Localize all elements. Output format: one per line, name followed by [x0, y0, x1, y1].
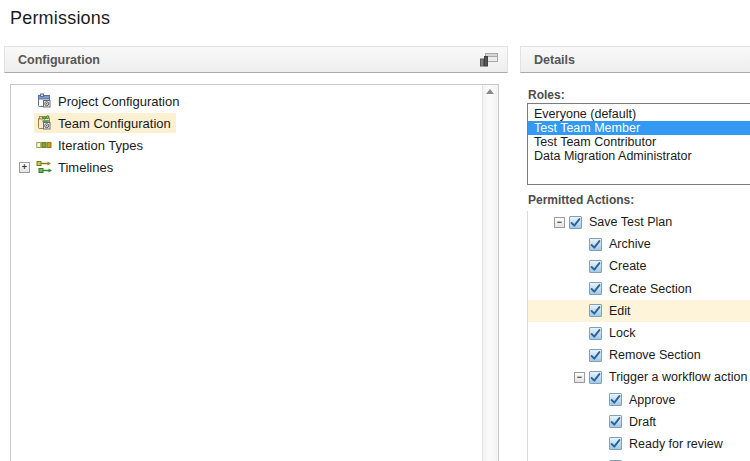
- expand-icon[interactable]: +: [19, 162, 30, 173]
- tree-item-label: Team Configuration: [58, 116, 171, 131]
- role-item[interactable]: Test Team Contributor: [528, 135, 750, 149]
- permitted-actions-tree: − Save Test Plan Archive Create Create S…: [527, 211, 750, 461]
- action-item-partial[interactable]: [528, 455, 750, 461]
- checkbox-checked-icon[interactable]: [589, 282, 602, 295]
- checkbox-checked-icon[interactable]: [609, 415, 622, 428]
- configuration-tree-panel: Project Configuration Team Configuration…: [10, 84, 499, 461]
- panel-menu-icon[interactable]: [478, 52, 499, 67]
- action-item[interactable]: Edit: [528, 300, 750, 322]
- roles-label: Roles:: [528, 88, 565, 102]
- team-configuration-icon: [36, 115, 52, 131]
- action-item-label: Lock: [609, 326, 635, 340]
- action-item-label: Remove Section: [609, 348, 701, 362]
- tree-item[interactable]: + Timelines: [11, 156, 498, 178]
- checkbox-checked-icon[interactable]: [589, 327, 602, 340]
- tree-item[interactable]: Team Configuration: [11, 112, 498, 134]
- action-item-label: Trigger a workflow action: [609, 370, 747, 384]
- timelines-icon: [36, 159, 52, 175]
- checkbox-checked-icon[interactable]: [589, 304, 602, 317]
- action-item-label: Create Section: [609, 282, 692, 296]
- tree-item-label: Project Configuration: [58, 94, 179, 109]
- configuration-tree: Project Configuration Team Configuration…: [11, 85, 498, 178]
- project-configuration-icon: [36, 93, 52, 109]
- action-item[interactable]: Remove Section: [528, 344, 750, 366]
- collapse-icon[interactable]: −: [574, 372, 585, 383]
- vertical-scrollbar[interactable]: [482, 85, 498, 461]
- action-item-label: Approve: [629, 393, 676, 407]
- permitted-actions-label: Permitted Actions:: [528, 193, 634, 207]
- tree-item[interactable]: Iteration Types: [11, 134, 498, 156]
- permissions-page: Permissions Configuration Project Config…: [0, 0, 750, 461]
- checkbox-checked-icon[interactable]: [589, 349, 602, 362]
- role-item[interactable]: Everyone (default): [528, 107, 750, 121]
- action-item-label: Ready for review: [629, 437, 723, 451]
- action-item[interactable]: Create: [528, 255, 750, 277]
- action-item[interactable]: Ready for review: [528, 433, 750, 455]
- details-panel-header: Details: [520, 46, 750, 73]
- action-item-label: Draft: [629, 415, 656, 429]
- action-item[interactable]: − Trigger a workflow action: [528, 366, 750, 388]
- roles-listbox[interactable]: Everyone (default)Test Team MemberTest T…: [527, 103, 750, 185]
- scroll-up-icon[interactable]: [486, 89, 494, 94]
- action-item[interactable]: Lock: [528, 322, 750, 344]
- action-item[interactable]: Archive: [528, 233, 750, 255]
- action-item[interactable]: Draft: [528, 411, 750, 433]
- role-item-selected[interactable]: Test Team Member: [528, 121, 750, 135]
- configuration-header-label: Configuration: [18, 53, 100, 67]
- collapse-icon[interactable]: −: [554, 217, 565, 228]
- checkbox-checked-icon[interactable]: [569, 216, 582, 229]
- checkbox-checked-icon[interactable]: [589, 371, 602, 384]
- action-item[interactable]: − Save Test Plan: [528, 211, 750, 233]
- role-item[interactable]: Data Migration Administrator: [528, 149, 750, 163]
- configuration-panel-header: Configuration: [4, 46, 508, 73]
- action-item[interactable]: Approve: [528, 389, 750, 411]
- action-item-label: Create: [609, 259, 647, 273]
- tree-item-label: Iteration Types: [58, 138, 143, 153]
- action-item-label: Edit: [609, 304, 631, 318]
- details-header-label: Details: [534, 53, 575, 67]
- action-item-label: Archive: [609, 237, 651, 251]
- checkbox-checked-icon[interactable]: [589, 238, 602, 251]
- tree-item-label: Timelines: [58, 160, 113, 175]
- checkbox-checked-icon[interactable]: [609, 437, 622, 450]
- checkbox-checked-icon[interactable]: [589, 260, 602, 273]
- checkbox-checked-icon[interactable]: [609, 393, 622, 406]
- tree-item[interactable]: Project Configuration: [11, 90, 498, 112]
- iteration-types-icon: [36, 137, 52, 153]
- action-item-label: Save Test Plan: [589, 215, 672, 229]
- page-title: Permissions: [10, 6, 110, 30]
- action-item[interactable]: Create Section: [528, 278, 750, 300]
